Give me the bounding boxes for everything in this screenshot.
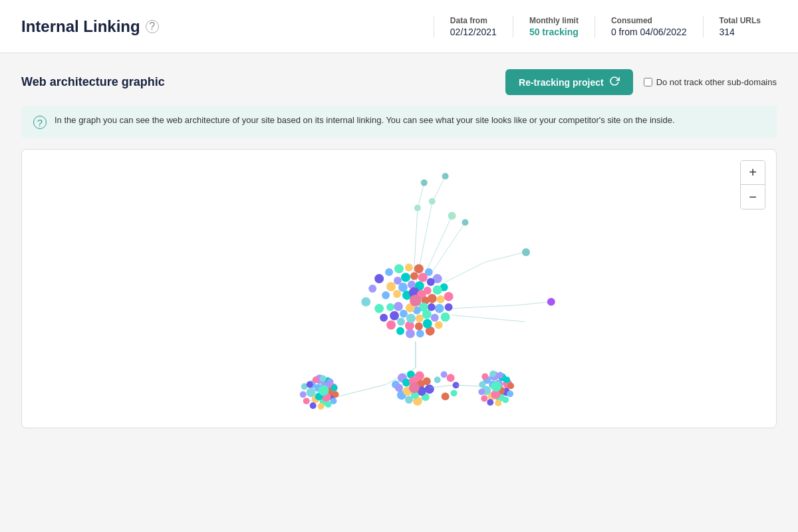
- svg-line-9: [446, 262, 485, 282]
- svg-point-76: [410, 295, 422, 307]
- svg-point-36: [396, 327, 404, 335]
- svg-point-132: [313, 376, 319, 383]
- svg-point-130: [327, 378, 334, 385]
- section-controls: Re-tracking project Do not track other s…: [505, 69, 777, 95]
- svg-point-39: [374, 304, 384, 313]
- svg-point-52: [415, 323, 423, 331]
- svg-point-30: [445, 303, 453, 311]
- no-track-subdomain-checkbox[interactable]: [644, 78, 652, 86]
- svg-point-104: [442, 392, 450, 400]
- main-content: Web architecture graphic Re-tracking pro…: [0, 53, 798, 444]
- info-banner: ? In the graph you can see the web archi…: [21, 106, 777, 138]
- left-cluster: [300, 374, 339, 410]
- svg-point-147: [479, 381, 485, 388]
- svg-point-56: [386, 303, 394, 311]
- svg-point-100: [441, 371, 448, 378]
- svg-point-67: [400, 310, 408, 318]
- svg-point-55: [390, 311, 399, 321]
- svg-point-91: [402, 378, 410, 386]
- svg-point-146: [491, 381, 501, 392]
- svg-point-127: [331, 398, 337, 404]
- svg-point-97: [409, 382, 420, 393]
- svg-point-63: [428, 303, 436, 311]
- stat-data-from: Data from 02/12/2021: [434, 16, 513, 37]
- svg-point-66: [406, 314, 416, 323]
- svg-point-21: [374, 274, 384, 283]
- svg-point-34: [416, 330, 424, 338]
- svg-point-48: [437, 295, 445, 303]
- svg-point-157: [489, 370, 496, 377]
- svg-point-40: [382, 291, 390, 299]
- svg-point-46: [427, 278, 435, 286]
- svg-point-149: [481, 395, 487, 402]
- bottom-cluster: [392, 370, 485, 406]
- svg-point-99: [434, 376, 441, 383]
- zoom-out-button[interactable]: −: [741, 185, 765, 209]
- svg-point-68: [394, 302, 403, 311]
- svg-point-114: [307, 388, 316, 397]
- help-icon[interactable]: ?: [146, 20, 159, 33]
- page-title-text: Internal Linking: [21, 17, 140, 36]
- svg-point-152: [502, 396, 509, 403]
- svg-point-32: [435, 321, 443, 329]
- svg-point-122: [300, 391, 307, 398]
- svg-point-37: [386, 321, 396, 330]
- svg-point-103: [451, 390, 458, 396]
- svg-point-58: [398, 283, 408, 292]
- svg-line-8: [452, 315, 525, 322]
- svg-point-120: [319, 385, 329, 396]
- svg-point-155: [503, 376, 510, 383]
- svg-line-6: [452, 305, 518, 309]
- svg-point-85: [425, 384, 434, 394]
- svg-point-23: [394, 264, 404, 273]
- zoom-in-button[interactable]: +: [741, 161, 765, 185]
- svg-point-49: [435, 304, 444, 313]
- refresh-icon: [609, 76, 620, 88]
- svg-point-50: [431, 314, 439, 322]
- svg-point-14: [442, 173, 449, 180]
- retrack-button[interactable]: Re-tracking project: [505, 69, 633, 95]
- stat-total-urls: Total URLs 314: [703, 16, 777, 37]
- svg-point-129: [331, 384, 338, 391]
- main-cluster: [361, 263, 453, 338]
- svg-point-20: [368, 285, 376, 293]
- svg-point-57: [393, 290, 401, 298]
- svg-point-31: [441, 313, 450, 322]
- svg-point-29: [444, 292, 454, 301]
- right-cluster: [478, 370, 514, 406]
- svg-point-43: [401, 273, 410, 282]
- svg-point-158: [481, 373, 488, 380]
- info-text: In the graph you can see the web archite…: [55, 115, 675, 125]
- svg-point-123: [303, 398, 310, 404]
- svg-point-128: [332, 391, 339, 398]
- stat-monthly-limit: Monthly limit 50 tracking: [513, 16, 595, 37]
- svg-point-153: [507, 390, 513, 397]
- svg-point-12: [421, 180, 428, 186]
- svg-point-150: [487, 399, 493, 406]
- svg-point-25: [414, 264, 424, 273]
- svg-point-90: [395, 384, 403, 392]
- svg-point-13: [429, 198, 436, 205]
- page-title-area: Internal Linking ?: [21, 17, 159, 36]
- svg-point-38: [380, 314, 388, 322]
- svg-point-15: [448, 212, 456, 220]
- svg-point-22: [385, 268, 393, 276]
- svg-point-41: [386, 282, 396, 291]
- graph-container: + −: [21, 149, 777, 428]
- svg-point-51: [423, 319, 432, 329]
- svg-point-19: [361, 297, 370, 307]
- svg-point-16: [462, 219, 469, 226]
- svg-point-156: [497, 372, 503, 378]
- svg-point-47: [433, 285, 442, 295]
- svg-point-24: [405, 263, 413, 271]
- header-stats: Data from 02/12/2021 Monthly limit 50 tr…: [434, 16, 777, 37]
- svg-point-154: [507, 382, 514, 389]
- network-graph: [22, 150, 776, 428]
- svg-point-131: [320, 375, 327, 382]
- svg-point-125: [318, 403, 325, 410]
- no-track-subdomain-label[interactable]: Do not track other sub-domains: [644, 77, 777, 87]
- svg-line-79: [333, 384, 386, 398]
- section-header: Web architecture graphic Re-tracking pro…: [21, 69, 777, 95]
- svg-point-35: [406, 329, 415, 338]
- svg-point-148: [478, 388, 485, 395]
